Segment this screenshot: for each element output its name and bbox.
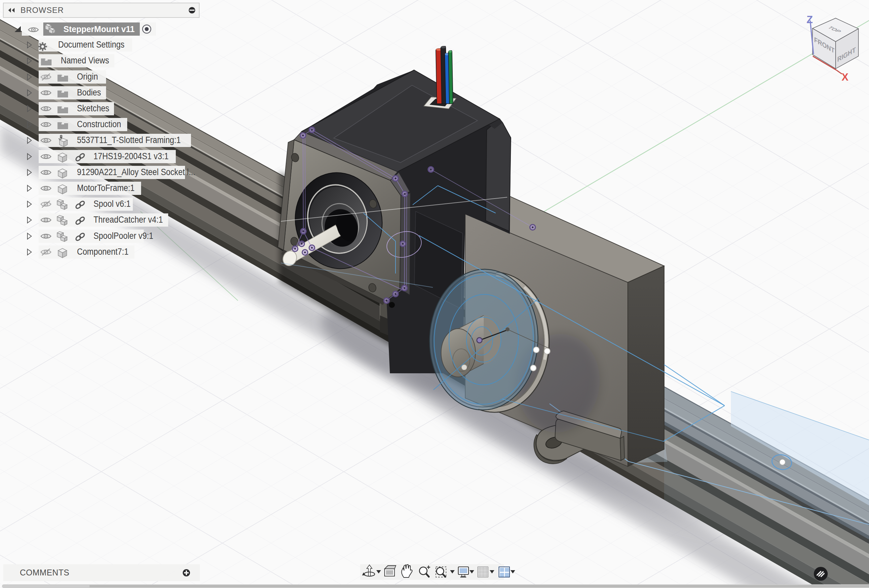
svg-text:X: X: [842, 71, 848, 83]
svg-text:Z: Z: [807, 14, 813, 25]
